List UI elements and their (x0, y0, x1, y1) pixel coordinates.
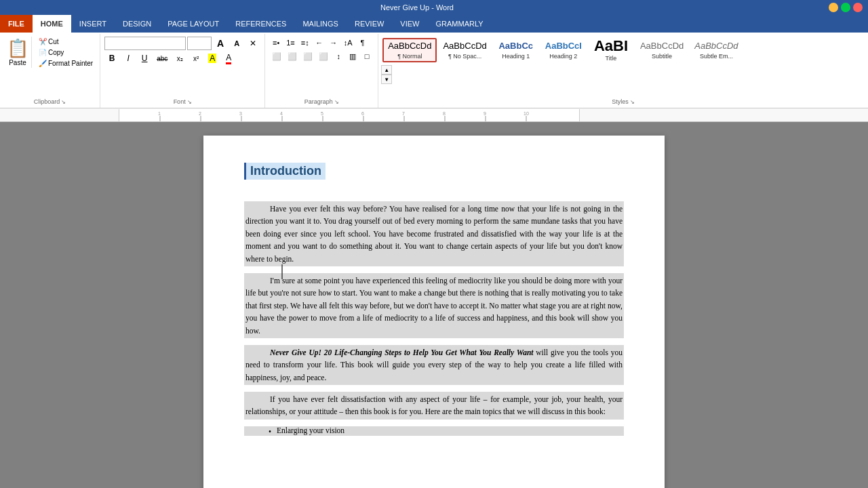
styles-scroll-up[interactable]: ▲ (381, 65, 392, 75)
copy-label: Copy (48, 49, 64, 56)
style-no-spacing-label: ¶ No Spac... (448, 53, 481, 60)
style-subtitle[interactable]: AaBbCcDd Subtitle (635, 39, 688, 62)
bullets-button[interactable]: ≡• (269, 37, 283, 49)
font-family-input[interactable] (104, 37, 186, 50)
ribbon: 📋 Paste ✂️ Cut 📄 Copy 🖌️ Format Painter (0, 33, 868, 108)
svg-text:10: 10 (524, 111, 529, 116)
show-hide-button[interactable]: ¶ (356, 37, 370, 49)
tab-home[interactable]: HOME (33, 15, 71, 33)
svg-text:3: 3 (239, 111, 242, 116)
style-subtle-emphasis[interactable]: AaBbCcDd Subtle Em... (690, 39, 743, 62)
paragraph-2[interactable]: I'm sure at some point you have experien… (244, 273, 624, 338)
paragraph-expand-icon[interactable]: ↘ (334, 99, 339, 105)
book-title-italic: Never Give Up! 20 Life-Changing Steps to… (270, 348, 533, 357)
multilevel-button[interactable]: ≡↕ (298, 37, 312, 49)
style-subtle-emphasis-label: Subtle Em... (700, 53, 733, 60)
tab-insert[interactable]: INSERT (71, 15, 115, 33)
minimize-button[interactable] (829, 3, 838, 12)
ruler: 1 2 3 4 5 6 7 8 9 10 (0, 108, 868, 122)
increase-indent-button[interactable]: → (327, 37, 340, 49)
svg-text:1: 1 (158, 111, 161, 116)
style-normal-text: AaBbCcDd (388, 41, 431, 52)
style-heading2-text: AaBbCcI (545, 41, 582, 52)
style-subtle-emphasis-text: AaBbCcDd (694, 41, 738, 52)
paste-button[interactable]: 📋 Paste (4, 37, 32, 68)
svg-text:6: 6 (361, 111, 364, 116)
font-size-input[interactable] (187, 37, 212, 50)
svg-text:4: 4 (280, 111, 283, 116)
font-shrink-button[interactable]: A (229, 37, 244, 50)
tab-design[interactable]: DESIGN (115, 15, 159, 33)
style-heading2[interactable]: AaBbCcI Heading 2 (540, 39, 587, 62)
style-subtitle-label: Subtitle (652, 53, 672, 60)
document-container: Introduction Have you ever felt this way… (0, 122, 868, 488)
text-highlight-button[interactable]: A (205, 52, 220, 65)
italic-button[interactable]: I (121, 52, 136, 65)
tab-view[interactable]: VIEW (392, 15, 427, 33)
font-expand-icon[interactable]: ↘ (187, 99, 192, 105)
shading-button[interactable]: ▥ (346, 50, 359, 62)
styles-group: AaBbCcDd ¶ Normal AaBbCcDd ¶ No Spac... … (378, 34, 868, 108)
style-subtitle-text: AaBbCcDd (640, 41, 684, 52)
subscript-button[interactable]: x₂ (172, 52, 187, 65)
maximize-button[interactable] (841, 3, 850, 12)
align-right-button[interactable]: ⬜ (300, 50, 315, 62)
heading-section: Introduction (244, 163, 624, 190)
tab-review[interactable]: REVIEW (347, 15, 392, 33)
style-heading1[interactable]: AaBbCc Heading 1 (493, 39, 539, 62)
copy-button[interactable]: 📄 Copy (36, 47, 96, 58)
underline-button[interactable]: U (137, 52, 152, 65)
copy-icon: 📄 (39, 49, 47, 56)
numbering-button[interactable]: 1≡ (283, 37, 298, 49)
style-heading1-label: Heading 1 (502, 53, 530, 60)
style-normal[interactable]: AaBbCcDd ¶ Normal (382, 38, 437, 62)
style-normal-label: ¶ Normal (397, 53, 422, 60)
line-spacing-button[interactable]: ↕ (332, 50, 345, 62)
styles-scroll-down[interactable]: ▼ (381, 75, 392, 84)
bullet-text-1: Enlarging your vision (277, 426, 344, 434)
align-left-button[interactable]: ⬜ (269, 50, 284, 62)
style-title-label: Title (606, 55, 617, 62)
bullet-dot: • (269, 428, 271, 436)
superscript-button[interactable]: x² (189, 52, 203, 65)
font-group: A A ✕ B I U abc x₂ x² A A Font ↘ (100, 34, 265, 108)
paragraph-1[interactable]: Have you ever felt this way before? You … (244, 201, 624, 266)
paragraph-row1: ≡• 1≡ ≡↕ ← → ↕A ¶ (269, 37, 369, 49)
title-bar-title: Never Give Up - Word (5, 3, 829, 12)
style-no-spacing[interactable]: AaBbCcDd ¶ No Spac... (438, 39, 491, 62)
font-family-row: A A ✕ (104, 37, 260, 50)
styles-expand-icon[interactable]: ↘ (630, 99, 635, 105)
style-heading2-label: Heading 2 (549, 53, 577, 60)
bold-button[interactable]: B (104, 52, 119, 65)
tab-mailings[interactable]: MAILINGS (294, 15, 347, 33)
close-button[interactable] (853, 3, 863, 12)
format-painter-button[interactable]: 🖌️ Format Painter (36, 58, 96, 68)
clear-formatting-button[interactable]: ✕ (245, 37, 260, 50)
style-title[interactable]: AaBI Title (588, 37, 634, 64)
paragraph-3[interactable]: Never Give Up! 20 Life-Changing Steps to… (244, 345, 624, 385)
clipboard-sub: ✂️ Cut 📄 Copy 🖌️ Format Painter (36, 37, 96, 68)
tab-file[interactable]: FILE (0, 15, 33, 33)
svg-text:9: 9 (484, 111, 486, 116)
paragraph-row2: ⬜ ⬜ ⬜ ⬜ ↕ ▥ □ (269, 50, 374, 62)
tab-references[interactable]: REFERENCES (227, 15, 294, 33)
center-button[interactable]: ⬜ (285, 50, 300, 62)
sort-button[interactable]: ↕A (341, 37, 355, 49)
cut-button[interactable]: ✂️ Cut (36, 37, 96, 47)
decrease-indent-button[interactable]: ← (313, 37, 326, 49)
tab-grammarly[interactable]: GRAMMARLY (427, 15, 491, 33)
clipboard-expand-icon[interactable]: ↘ (61, 99, 66, 105)
borders-button[interactable]: □ (360, 50, 374, 62)
ruler-inner: 1 2 3 4 5 6 7 8 9 10 (119, 109, 580, 121)
font-color-button[interactable]: A (221, 52, 236, 65)
document-page: Introduction Have you ever felt this way… (203, 136, 665, 488)
tab-page-layout[interactable]: PAGE LAYOUT (159, 15, 227, 33)
style-heading1-text: AaBbCc (498, 41, 533, 52)
font-grow-button[interactable]: A (213, 37, 228, 50)
strikethrough-button[interactable]: abc (153, 52, 171, 65)
style-no-spacing-text: AaBbCcDd (443, 41, 486, 52)
paragraph-4[interactable]: If you have ever felt dissatisfaction wi… (244, 392, 624, 420)
clipboard-label: Clipboard ↘ (3, 98, 97, 106)
justify-button[interactable]: ⬜ (316, 50, 331, 62)
clipboard-group: 📋 Paste ✂️ Cut 📄 Copy 🖌️ Format Painter (0, 34, 100, 108)
